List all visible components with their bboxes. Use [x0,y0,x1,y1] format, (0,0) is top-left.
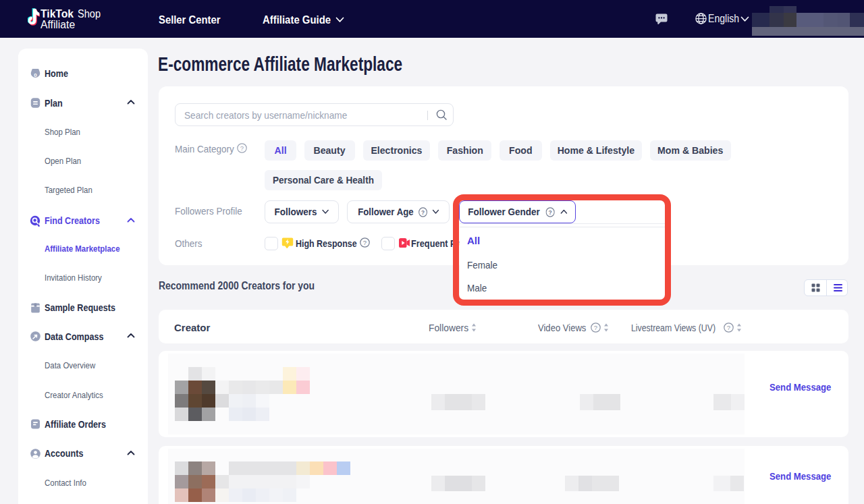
svg-text:?: ? [240,144,244,152]
svg-text:?: ? [548,208,551,216]
svg-text:?: ? [594,324,597,331]
svg-text:?: ? [727,324,730,331]
svg-text:?: ? [421,208,424,216]
svg-text:?: ? [363,239,367,246]
svg-text:0: 0 [34,72,37,78]
